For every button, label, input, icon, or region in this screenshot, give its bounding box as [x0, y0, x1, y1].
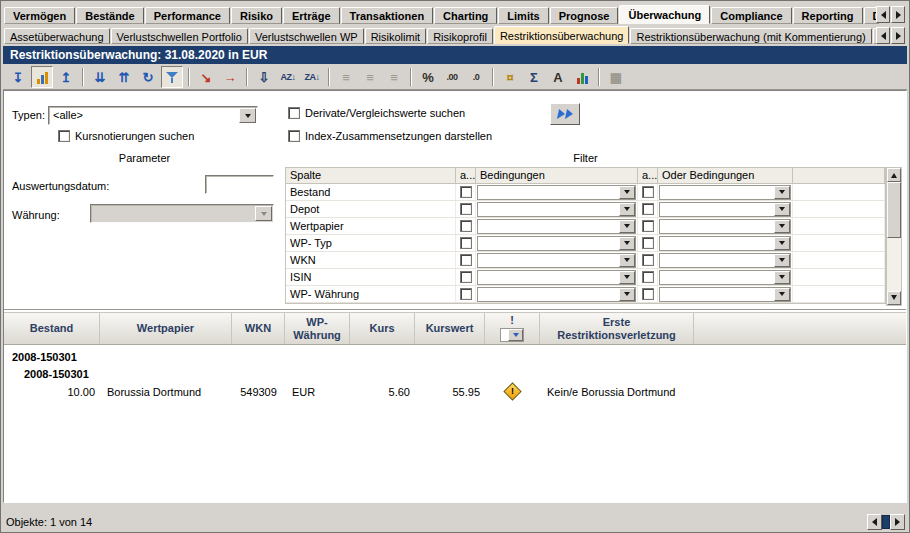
- chevron-down-icon[interactable]: [508, 329, 523, 341]
- search-button[interactable]: [550, 103, 580, 125]
- scroll-down-icon[interactable]: [887, 291, 901, 305]
- scroll-right-icon[interactable]: [891, 27, 905, 44]
- scrollbar-thumb[interactable]: [887, 182, 901, 238]
- tab-bestaende[interactable]: Bestände: [76, 7, 144, 24]
- oder-bedingungen-select[interactable]: [659, 202, 791, 217]
- sort-descending-button[interactable]: ZA↓: [301, 66, 323, 88]
- index-checkbox[interactable]: [288, 130, 300, 142]
- chevron-down-icon[interactable]: [774, 186, 790, 199]
- bedingungen-select[interactable]: [477, 185, 636, 200]
- oder-bedingungen-select[interactable]: [659, 236, 791, 251]
- filter-or-checkbox[interactable]: [642, 271, 654, 283]
- tab-vermoegen[interactable]: Vermögen: [4, 7, 75, 24]
- bedingungen-select[interactable]: [477, 236, 636, 251]
- subtab-verlustschwellen-wp[interactable]: Verlustschwellen WP: [249, 28, 364, 44]
- filter-and-checkbox[interactable]: [460, 254, 472, 266]
- sum-button[interactable]: Σ: [523, 66, 545, 88]
- bedingungen-select[interactable]: [477, 202, 636, 217]
- scroll-left-icon[interactable]: [876, 27, 890, 44]
- oder-bedingungen-select[interactable]: [659, 270, 791, 285]
- group-row[interactable]: 2008-150301: [4, 349, 906, 365]
- chart-colors-button[interactable]: [571, 66, 593, 88]
- bedingungen-select[interactable]: [477, 219, 636, 234]
- subtab-assetueberwachung[interactable]: Assetüberwachung: [4, 28, 110, 44]
- chevron-down-icon[interactable]: [619, 237, 635, 250]
- scroll-left-icon[interactable]: [867, 514, 882, 530]
- align-center-button[interactable]: ≡: [359, 66, 381, 88]
- expand-all-button[interactable]: ⇊: [89, 66, 111, 88]
- tab-charting[interactable]: Charting: [434, 7, 497, 24]
- refresh-button[interactable]: ↻: [137, 66, 159, 88]
- chevron-down-icon[interactable]: [774, 288, 790, 301]
- chevron-down-icon[interactable]: [774, 254, 790, 267]
- table-row[interactable]: 10.00 Borussia Dortmund 549309 EUR 5.60 …: [4, 383, 906, 400]
- typen-select[interactable]: <alle>: [48, 106, 258, 125]
- filter-or-checkbox[interactable]: [642, 237, 654, 249]
- bedingungen-select[interactable]: [477, 253, 636, 268]
- currency-button[interactable]: ¤: [499, 66, 521, 88]
- percent-button[interactable]: %: [417, 66, 439, 88]
- horizontal-scrollbar[interactable]: [867, 514, 905, 530]
- col-wkn[interactable]: WKN: [232, 313, 285, 344]
- tab-risiko[interactable]: Risiko: [231, 7, 282, 24]
- filter-and-checkbox[interactable]: [460, 186, 472, 198]
- scroll-up-icon[interactable]: [887, 168, 901, 182]
- filter-or-checkbox[interactable]: [642, 288, 654, 300]
- drilldown-button[interactable]: ↘: [195, 66, 217, 88]
- align-right-button[interactable]: ≡: [383, 66, 405, 88]
- chevron-down-icon[interactable]: [619, 254, 635, 267]
- subtab-risikolimit[interactable]: Risikolimit: [365, 28, 427, 44]
- chevron-down-icon[interactable]: [619, 220, 635, 233]
- auswertungsdatum-input[interactable]: [205, 175, 274, 194]
- filter-and-checkbox[interactable]: [460, 220, 472, 232]
- filter-and-checkbox[interactable]: [460, 203, 472, 215]
- scrollbar-thumb[interactable]: [882, 515, 890, 529]
- scroll-left-icon[interactable]: [876, 6, 890, 23]
- scroll-right-icon[interactable]: [890, 514, 905, 530]
- alert-filter-dropdown[interactable]: [500, 328, 524, 342]
- oder-bedingungen-select[interactable]: [659, 219, 791, 234]
- waehrung-select[interactable]: [90, 204, 274, 223]
- tab-compliance[interactable]: Compliance: [711, 7, 791, 24]
- filter-and-checkbox[interactable]: [460, 288, 472, 300]
- bedingungen-select[interactable]: [477, 270, 636, 285]
- scroll-right-icon[interactable]: [891, 6, 905, 23]
- oder-bedingungen-select[interactable]: [659, 185, 791, 200]
- filter-and-checkbox[interactable]: [460, 271, 472, 283]
- col-kurs[interactable]: Kurs: [350, 313, 415, 344]
- collapse-all-button[interactable]: ⇈: [113, 66, 135, 88]
- subtab-risikoprofil[interactable]: Risikoprofil: [427, 28, 493, 44]
- group-row[interactable]: 2008-150301: [4, 366, 906, 382]
- chevron-down-icon[interactable]: [774, 237, 790, 250]
- filter-scrollbar[interactable]: [886, 167, 902, 306]
- tab-prognose[interactable]: Prognose: [550, 7, 619, 24]
- filter-and-checkbox[interactable]: [460, 237, 472, 249]
- subtotals-button[interactable]: ⇩: [253, 66, 275, 88]
- filter-or-checkbox[interactable]: [642, 220, 654, 232]
- chevron-down-icon[interactable]: [774, 203, 790, 216]
- oder-bedingungen-select[interactable]: [659, 287, 791, 302]
- tab-performance[interactable]: Performance: [145, 7, 230, 24]
- kursnotierungen-checkbox[interactable]: [58, 130, 70, 142]
- col-wp-waehrung[interactable]: WP-Währung: [285, 313, 350, 344]
- filter-button[interactable]: [161, 66, 183, 88]
- oder-bedingungen-select[interactable]: [659, 253, 791, 268]
- grid-button[interactable]: ▦: [605, 66, 627, 88]
- filter-or-checkbox[interactable]: [642, 203, 654, 215]
- export-up-button[interactable]: ↥: [55, 66, 77, 88]
- chevron-down-icon[interactable]: [619, 288, 635, 301]
- font-button[interactable]: A: [547, 66, 569, 88]
- col-erste-restriktionsverletzung[interactable]: Erste Restriktionsverletzung: [540, 313, 694, 344]
- goto-chart-button[interactable]: →: [219, 66, 241, 88]
- tab-transaktionen[interactable]: Transaktionen: [341, 7, 434, 24]
- subtab-restriktionsueberwachung[interactable]: Restriktionsüberwachung: [494, 26, 630, 44]
- chevron-down-icon[interactable]: [239, 108, 256, 123]
- chevron-down-icon[interactable]: [619, 271, 635, 284]
- chevron-down-icon[interactable]: [774, 271, 790, 284]
- align-left-button[interactable]: ≡: [335, 66, 357, 88]
- chevron-down-icon[interactable]: [619, 203, 635, 216]
- subtab-restriktionsueberwachung-kommentierung[interactable]: Restriktionsüberwachung (mit Kommentieru…: [630, 28, 871, 44]
- sort-ascending-button[interactable]: AZ↓: [277, 66, 299, 88]
- col-alert[interactable]: !: [485, 313, 540, 344]
- add-decimal-button[interactable]: .00: [441, 66, 463, 88]
